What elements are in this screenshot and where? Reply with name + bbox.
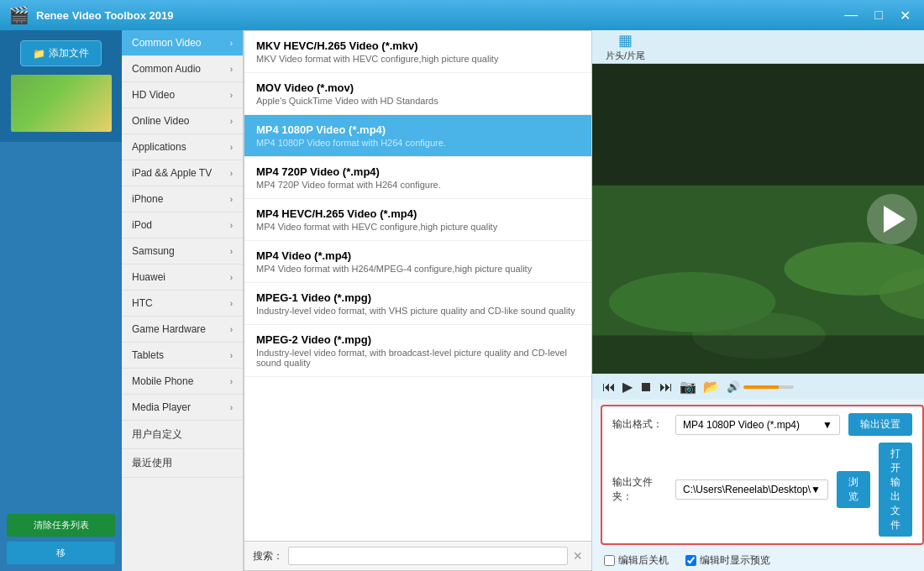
folder-select[interactable]: C:\Users\Reneelab\Desktop\ ▼ bbox=[675, 479, 828, 500]
sidebar-item-samsung[interactable]: Samsung › bbox=[122, 238, 243, 265]
sidebar-item-applications[interactable]: Applications › bbox=[122, 134, 243, 160]
stop-button[interactable]: ⏹ bbox=[639, 380, 653, 395]
content-area: 📁 添加文件 清除任务列表 移 Common Video › Comm bbox=[0, 30, 924, 571]
menu-item-label-hd-video: HD Video bbox=[132, 89, 175, 101]
submenu-list: MKV HEVC/H.265 Video (*.mkv) MKV Video f… bbox=[244, 31, 591, 541]
right-toolbar: ▦ 片头/片尾 🔒 关于 🏠 主页 bbox=[592, 30, 924, 64]
submenu-title-mpeg2: MPEG-2 Video (*.mpg) bbox=[256, 333, 580, 346]
move-button[interactable]: 移 bbox=[7, 542, 115, 564]
sidebar-item-huawei[interactable]: Huawei › bbox=[122, 265, 243, 291]
preview-label: 编辑时显示预览 bbox=[700, 553, 770, 568]
video-controls: ⏮ ▶ ⏹ ⏭ 📷 📂 🔊 ⬡ NVENC ⛶ bbox=[592, 374, 924, 400]
play-pause-button[interactable]: ▶ bbox=[622, 379, 633, 395]
folder-button[interactable]: 📂 bbox=[703, 379, 720, 395]
format-row: 输出格式： MP4 1080P Video (*.mp4) ▼ 输出设置 bbox=[612, 413, 912, 436]
search-bar: 搜索： ✕ bbox=[244, 541, 591, 570]
skip-back-button[interactable]: ⏮ bbox=[602, 380, 616, 395]
format-select[interactable]: MP4 1080P Video (*.mp4) ▼ bbox=[675, 415, 840, 435]
sidebar-item-recent[interactable]: 最近使用 bbox=[122, 449, 243, 478]
submenu-title-mp4-hevc: MP4 HEVC/H.265 Video (*.mp4) bbox=[256, 207, 580, 220]
menu-item-label-ipad: iPad && Apple TV bbox=[132, 167, 212, 179]
clear-tasks-button[interactable]: 清除任务列表 bbox=[7, 514, 115, 537]
sidebar-item-hd-video[interactable]: HD Video › bbox=[122, 82, 243, 108]
sidebar-item-common-audio[interactable]: Common Audio › bbox=[122, 56, 243, 82]
open-output-button[interactable]: 打开输出文件 bbox=[879, 443, 912, 537]
browse-button[interactable]: 浏览 bbox=[837, 471, 870, 508]
arrow-icon-mobile-phone: › bbox=[230, 377, 233, 386]
svg-rect-6 bbox=[592, 64, 924, 186]
submenu-desc-mp4-1080p: MP4 1080P Video format with H264 configu… bbox=[256, 138, 580, 148]
add-file-label: 添加文件 bbox=[49, 46, 89, 60]
sidebar-top: 📁 添加文件 bbox=[0, 30, 122, 142]
skip-forward-button[interactable]: ⏭ bbox=[659, 380, 673, 395]
arrow-icon-ipod: › bbox=[230, 221, 233, 230]
folder-label: 输出文件夹： bbox=[612, 475, 667, 504]
submenu-title-mov: MOV Video (*.mov) bbox=[256, 81, 580, 94]
menu-item-label-user-defined: 用户自定义 bbox=[132, 427, 182, 442]
submenu-title-mkv-hevc: MKV HEVC/H.265 Video (*.mkv) bbox=[256, 39, 580, 52]
sidebar-item-mobile-phone[interactable]: Mobile Phone › bbox=[122, 369, 243, 395]
submenu-desc-mp4: MP4 Video format with H264/MPEG-4 config… bbox=[256, 264, 580, 274]
volume-control: 🔊 bbox=[727, 380, 794, 393]
submenu-desc-mp4-hevc: MP4 Video format with HEVC configure,hig… bbox=[256, 222, 580, 232]
sidebar-item-online-video[interactable]: Online Video › bbox=[122, 108, 243, 134]
submenu-title-mp4-1080p: MP4 1080P Video (*.mp4) bbox=[256, 123, 580, 136]
submenu-item-mpeg1[interactable]: MPEG-1 Video (*.mpg) Industry-level vide… bbox=[244, 283, 591, 325]
search-input[interactable] bbox=[288, 547, 568, 565]
right-section: ▦ 片头/片尾 🔒 关于 🏠 主页 bbox=[592, 30, 924, 571]
add-file-button[interactable]: 📁 添加文件 bbox=[20, 40, 102, 66]
sidebar-item-user-defined[interactable]: 用户自定义 bbox=[122, 421, 243, 449]
shutdown-checkbox[interactable] bbox=[604, 555, 615, 566]
screenshot-button[interactable]: 📷 bbox=[680, 379, 696, 395]
close-button[interactable]: ✕ bbox=[895, 6, 916, 25]
menu-item-label-samsung: Samsung bbox=[132, 245, 175, 257]
maximize-button[interactable]: □ bbox=[869, 6, 888, 24]
title-bar-left: 🎬 Renee Video Toolbox 2019 bbox=[8, 5, 174, 25]
format-settings-button[interactable]: 输出设置 bbox=[848, 413, 912, 436]
play-button[interactable] bbox=[867, 194, 917, 244]
search-clear-icon[interactable]: ✕ bbox=[573, 549, 583, 563]
arrow-icon-hd-video: › bbox=[230, 91, 233, 100]
search-label: 搜索： bbox=[253, 549, 283, 563]
submenu-item-mp4-hevc[interactable]: MP4 HEVC/H.265 Video (*.mp4) MP4 Video f… bbox=[244, 199, 591, 241]
preview-checkbox[interactable] bbox=[685, 555, 696, 566]
arrow-icon-applications: › bbox=[230, 143, 233, 152]
menu-item-label-tablets: Tablets bbox=[132, 349, 164, 361]
sidebar-item-iphone[interactable]: iPhone › bbox=[122, 186, 243, 212]
menu-items-list: Common Video › Common Audio › HD Video ›… bbox=[122, 30, 243, 478]
sidebar-item-media-player[interactable]: Media Player › bbox=[122, 395, 243, 421]
sidebar-item-htc[interactable]: HTC › bbox=[122, 291, 243, 317]
checkbox-row: 编辑后关机 编辑时显示预览 bbox=[592, 550, 924, 571]
sidebar-item-ipod[interactable]: iPod › bbox=[122, 212, 243, 238]
thumbnail bbox=[11, 75, 112, 132]
submenu-item-mpeg2[interactable]: MPEG-2 Video (*.mpg) Industry-level vide… bbox=[244, 325, 591, 377]
menu-item-label-recent: 最近使用 bbox=[132, 456, 172, 470]
header-footer-item[interactable]: ▦ 片头/片尾 bbox=[606, 31, 645, 62]
arrow-icon-common-audio: › bbox=[230, 65, 233, 74]
sidebar-item-common-video[interactable]: Common Video › bbox=[122, 30, 243, 56]
title-bar: 🎬 Renee Video Toolbox 2019 — □ ✕ bbox=[0, 0, 924, 30]
sidebar-item-game-hardware[interactable]: Game Hardware › bbox=[122, 317, 243, 343]
submenu-item-mkv-hevc[interactable]: MKV HEVC/H.265 Video (*.mkv) MKV Video f… bbox=[244, 31, 591, 73]
arrow-icon-online-video: › bbox=[230, 117, 233, 126]
sidebar-item-tablets[interactable]: Tablets › bbox=[122, 343, 243, 369]
volume-slider[interactable] bbox=[743, 385, 794, 389]
submenu-title-mp4-720p: MP4 720P Video (*.mp4) bbox=[256, 165, 580, 178]
toolbar-left: ▦ 片头/片尾 bbox=[606, 31, 645, 62]
main-content: Common Video › Common Audio › HD Video ›… bbox=[122, 30, 924, 571]
submenu-item-mov[interactable]: MOV Video (*.mov) Apple's QuickTime Vide… bbox=[244, 73, 591, 115]
minimize-button[interactable]: — bbox=[839, 6, 863, 24]
format-label: 输出格式： bbox=[612, 417, 667, 432]
sidebar-item-ipad[interactable]: iPad && Apple TV › bbox=[122, 160, 243, 186]
shutdown-checkbox-item[interactable]: 编辑后关机 bbox=[604, 553, 669, 568]
submenu-item-mp4-720p[interactable]: MP4 720P Video (*.mp4) MP4 720P Video fo… bbox=[244, 157, 591, 199]
add-file-icon: 📁 bbox=[33, 48, 45, 60]
video-area bbox=[592, 64, 924, 374]
submenu-desc-mpeg2: Industry-level video format, with broadc… bbox=[256, 348, 580, 368]
submenu-item-mp4[interactable]: MP4 Video (*.mp4) MP4 Video format with … bbox=[244, 241, 591, 283]
submenu-item-mp4-1080p[interactable]: MP4 1080P Video (*.mp4) MP4 1080P Video … bbox=[244, 115, 591, 157]
shutdown-label: 编辑后关机 bbox=[618, 553, 669, 568]
bottom-area: 输出格式： MP4 1080P Video (*.mp4) ▼ 输出设置 输出文… bbox=[592, 400, 924, 571]
preview-checkbox-item[interactable]: 编辑时显示预览 bbox=[685, 553, 770, 568]
menu-item-label-mobile-phone: Mobile Phone bbox=[132, 375, 193, 387]
